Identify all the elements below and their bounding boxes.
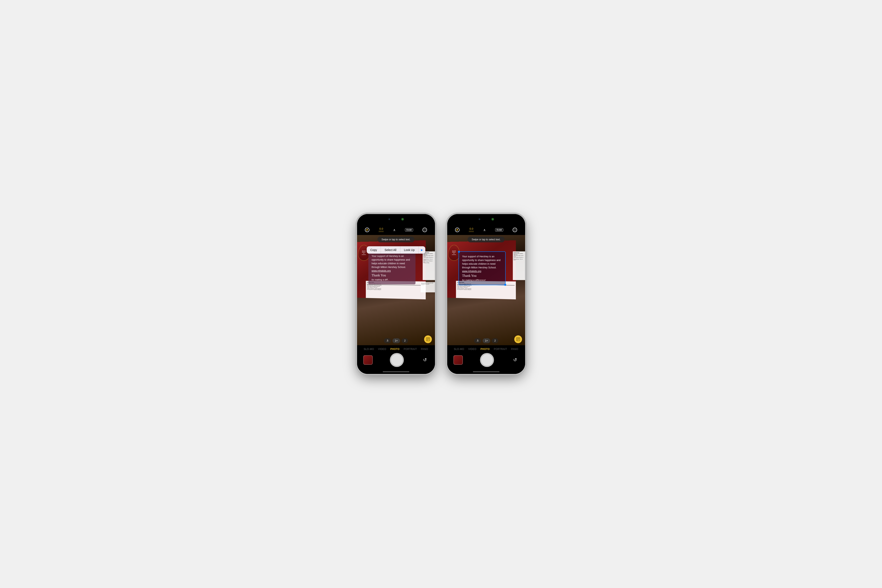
- camera-controls-1: ↺: [357, 351, 435, 369]
- copy-button[interactable]: Copy: [366, 246, 381, 254]
- zoom-2x-button-1[interactable]: 2: [402, 338, 408, 343]
- mode-slomo-1[interactable]: SLO-MO: [364, 348, 374, 351]
- selection-handle-tl: [458, 251, 460, 253]
- chevron-up-button-1[interactable]: ∧: [393, 228, 396, 232]
- viewfinder-2: MILTONHERSH-EYSCHOOL Nutrition Facts Ser…: [447, 235, 525, 345]
- overlay-handwriting2-1: for making a diff...: [372, 278, 412, 282]
- exposure-value-1: 0.0: [379, 227, 384, 230]
- camera-top-bar-2: ⚡ 0.0 |||||||| ∧ RAW: [447, 225, 525, 235]
- camera-top-bar-1: ⚡ 0.0 |||||||| ∧ RAW: [357, 225, 435, 235]
- camera-bottom-2: SLO-MO VIDEO PHOTO PORTRAIT PANO ↺: [447, 345, 525, 374]
- viewfinder-1: MILTONHERSH-EYSCHOOL Nutrition Facts Ser…: [357, 235, 435, 345]
- phone-1: ⚡ 0.0 |||||||| ∧ RAW MILT: [357, 214, 435, 374]
- flash-icon-1: ⚡: [365, 228, 369, 232]
- exposure-display-1: 0.0 ||||||||: [379, 227, 384, 232]
- mode-photo-1[interactable]: PHOTO: [390, 348, 399, 351]
- flip-camera-button-2[interactable]: ↺: [511, 356, 519, 364]
- mode-video-1[interactable]: VIDEO: [378, 348, 386, 351]
- green-dot-indicator-2: [492, 218, 494, 220]
- zoom-0-5-button-1[interactable]: .5: [384, 338, 391, 343]
- live-photo-button-2[interactable]: [513, 228, 517, 232]
- look-up-button[interactable]: Look Up: [400, 246, 418, 254]
- shutter-button-2[interactable]: [480, 353, 494, 367]
- context-menu: Copy Select All Look Up ▶: [366, 246, 425, 254]
- live-photo-button-1[interactable]: [423, 228, 427, 232]
- home-indicator-2: [473, 371, 500, 372]
- dynamic-island-1: [385, 216, 407, 222]
- mode-pano-1[interactable]: PANO: [421, 348, 428, 351]
- shutter-inner-2: [481, 354, 493, 366]
- mode-pano-2[interactable]: PANO: [511, 348, 518, 351]
- mode-photo-2[interactable]: PHOTO: [480, 348, 490, 351]
- home-indicator-1: [383, 371, 410, 372]
- raw-badge-2[interactable]: RAW: [495, 228, 503, 231]
- front-camera-indicator-2: [478, 218, 480, 220]
- shutter-button-1[interactable]: [390, 353, 404, 367]
- flash-icon-2: ⚡: [455, 228, 459, 232]
- flash-button-2[interactable]: ⚡: [455, 228, 459, 232]
- overlay-handwriting1-1: Thank You: [372, 273, 412, 277]
- mode-portrait-1[interactable]: PORTRAIT: [404, 348, 417, 351]
- front-camera-indicator: [388, 218, 390, 220]
- exposure-bars-2: ||||||||: [469, 231, 474, 232]
- exposure-bars-1: ||||||||: [379, 231, 384, 232]
- phone-2: ⚡ 0.0 |||||||| ∧ RAW MILT: [447, 214, 525, 374]
- swipe-hint-2: Swipe or tap to select text.: [468, 237, 505, 242]
- overlay-handwriting2-2: for making a difference!: [462, 278, 502, 282]
- zoom-controls-2: .5 1× 2: [474, 338, 498, 343]
- overlay-text-1: Your support of Hershey is an opportunit…: [372, 254, 412, 269]
- photo-thumbnail-1[interactable]: [363, 355, 373, 364]
- green-dot-indicator: [402, 218, 404, 220]
- zoom-2x-button-2[interactable]: 2: [492, 338, 498, 343]
- mode-video-2[interactable]: VIDEO: [468, 348, 476, 351]
- flash-button-1[interactable]: ⚡: [365, 228, 369, 232]
- live-text-button-2[interactable]: [514, 335, 522, 343]
- text-overlay-2: Your support of Hershey is an opportunit…: [459, 251, 506, 285]
- hershey-logo-2: MILTONHERSH-EYSCHOOL: [448, 244, 460, 261]
- mode-slomo-2[interactable]: SLO-MO: [454, 348, 464, 351]
- status-bar-1: [357, 214, 435, 225]
- camera-controls-2: ↺: [447, 351, 525, 369]
- photo-thumbnail-2[interactable]: [453, 355, 463, 364]
- overlay-link-1[interactable]: www.mhskids.org: [372, 269, 391, 272]
- selection-handle-br: [504, 284, 506, 286]
- text-overlay-1: Your support of Hershey is an opportunit…: [368, 251, 416, 284]
- live-text-button-1[interactable]: [424, 335, 432, 343]
- overlay-link-2[interactable]: www.mhskids.org: [462, 270, 481, 273]
- chevron-up-button-2[interactable]: ∧: [483, 228, 486, 232]
- dynamic-island-2: [475, 216, 498, 222]
- more-button[interactable]: ▶: [418, 246, 425, 254]
- status-bar-2: [447, 214, 525, 225]
- flip-camera-button-1[interactable]: ↺: [421, 356, 429, 364]
- zoom-1x-button-1[interactable]: 1×: [392, 338, 400, 343]
- swipe-hint-1: Swipe or tap to select text.: [377, 237, 414, 242]
- app-container: ⚡ 0.0 |||||||| ∧ RAW MILT: [357, 214, 525, 374]
- raw-badge-1[interactable]: RAW: [405, 228, 413, 231]
- zoom-0-5-button-2[interactable]: .5: [474, 338, 481, 343]
- zoom-controls-1: .5 1× 2: [384, 338, 408, 343]
- shutter-inner-1: [391, 354, 403, 366]
- select-all-button[interactable]: Select All: [381, 246, 400, 254]
- zoom-1x-button-2[interactable]: 1×: [483, 338, 490, 343]
- overlay-text-2: Your support of Hershey is an opportunit…: [462, 255, 502, 269]
- camera-bottom-1: SLO-MO VIDEO PHOTO PORTRAIT PANO ↺: [357, 345, 435, 374]
- camera-modes-2: SLO-MO VIDEO PHOTO PORTRAIT PANO: [447, 345, 525, 351]
- exposure-value-2: 0.0: [469, 227, 474, 230]
- exposure-display-2: 0.0 ||||||||: [469, 227, 474, 232]
- camera-modes-1: SLO-MO VIDEO PHOTO PORTRAIT PANO: [357, 345, 435, 351]
- overlay-handwriting1-2: Thank You: [462, 274, 502, 278]
- mode-portrait-2[interactable]: PORTRAIT: [494, 348, 507, 351]
